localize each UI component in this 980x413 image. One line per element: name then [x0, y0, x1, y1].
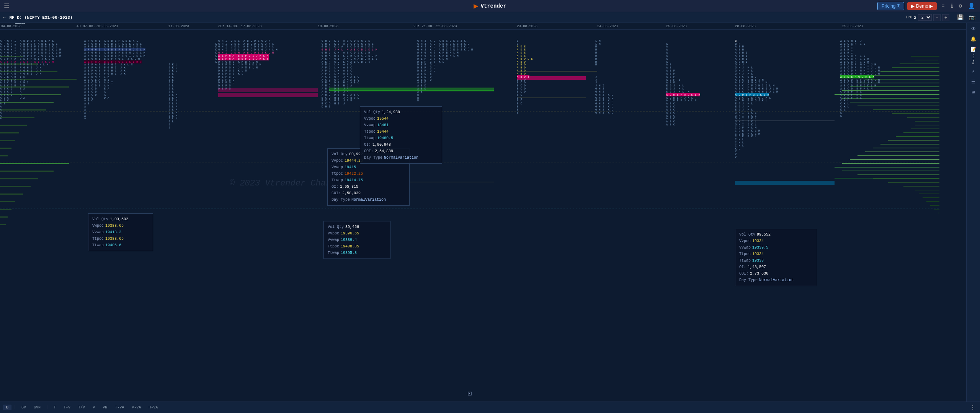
date-label-6: 23-08-2023 [517, 24, 537, 28]
svg-rect-37 [873, 75, 939, 76]
demo-play-icon: ▶ [911, 3, 915, 9]
svg-rect-55 [880, 144, 939, 145]
sidebar-bell-icon[interactable]: 🔔 [970, 36, 976, 42]
header-right: Pricing ₹ ▶Demo ▶ ≡ ℹ ⚙ 👤 [877, 2, 976, 10]
demo-button[interactable]: ▶Demo ▶ [907, 2, 937, 10]
price-tick-12: 19290 [15, 23, 25, 25]
pricing-button[interactable]: Pricing ₹ [877, 2, 904, 10]
sidebar-grid-icon[interactable]: ⊞ [972, 89, 975, 95]
bottom-right-icons: ⋮ [969, 403, 977, 411]
svg-rect-46 [873, 109, 939, 110]
svg-rect-56 [873, 148, 939, 148]
sidebar-notes-label: Notes [972, 53, 975, 64]
svg-rect-57 [865, 151, 939, 152]
tab-tva[interactable]: T-VA [112, 405, 127, 410]
svg-rect-71 [930, 205, 939, 206]
date-label-1: 4D 07-08..10-08-2023 [77, 24, 118, 28]
tpo-label: TPO [905, 15, 912, 20]
tab-gvn[interactable]: GVN [31, 405, 44, 410]
right-sidebar: 👁 🔔 📝 Notes ⚡ ☰ ⊞ [966, 23, 980, 402]
tab-d[interactable]: D [3, 405, 11, 410]
svg-rect-68 [919, 193, 939, 194]
date-label-7: 24-08-2023 [597, 24, 618, 28]
svg-rect-70 [926, 201, 939, 202]
settings-icon[interactable]: ⚙ [957, 2, 964, 10]
back-button[interactable]: ← [3, 15, 6, 21]
tab-hva[interactable]: H-VA [145, 405, 161, 410]
menu-icon[interactable]: ☰ [4, 2, 9, 10]
svg-rect-73 [938, 213, 939, 213]
info-box-1: Vol Qty1,03,502 Vwpoc19388.65 Vvwap19413… [88, 213, 153, 251]
sidebar-notes-container: 📝 Notes [970, 47, 976, 64]
tab-t[interactable]: T [51, 405, 59, 410]
save-icon[interactable]: 💾 [956, 13, 965, 21]
logo-text: Vtrender [480, 3, 506, 9]
date-label-8: 25-08-2023 [666, 24, 687, 28]
svg-rect-64 [873, 178, 939, 179]
info-box-3: Vol Qty1,24,939 Vvpoc19544 Vvwap18481 Tt… [360, 106, 442, 164]
user-icon[interactable]: 👤 [967, 2, 976, 10]
svg-rect-34 [900, 63, 939, 64]
svg-rect-47 [892, 113, 939, 114]
svg-rect-32 [911, 56, 939, 57]
tpo-value: 2 [914, 15, 916, 20]
svg-rect-66 [903, 186, 939, 187]
sidebar-list-icon[interactable]: ☰ [971, 79, 975, 85]
date-label-9: 28-08-2023 [735, 24, 756, 28]
info-icon[interactable]: ℹ [949, 2, 954, 10]
bottom-bar: D | GV GVN | T T-V T/V V VN T-VA V-VA H-… [0, 402, 980, 413]
svg-rect-51 [911, 128, 939, 129]
svg-rect-61 [835, 167, 939, 167]
bottom-settings-icon[interactable]: ⋮ [969, 403, 977, 411]
date-label-5: 2D: 21-08..22-08-2023 [413, 24, 457, 28]
tab-vn[interactable]: VN [100, 405, 110, 410]
tpo-minus-button[interactable]: − [933, 14, 941, 21]
screenshot-button[interactable]: ⊡ [468, 389, 472, 398]
sidebar-eye-icon[interactable]: 👁 [971, 26, 976, 32]
svg-rect-50 [915, 125, 939, 125]
svg-rect-60 [842, 163, 939, 164]
camera-icon[interactable]: 📷 [967, 13, 977, 21]
date-label-0: 04-08-2023 [1, 24, 21, 28]
svg-rect-53 [896, 136, 939, 137]
chart-area[interactable]: 04-08-2023 4D 07-08..10-08-2023 11-08-20… [0, 23, 966, 402]
svg-rect-67 [915, 190, 939, 190]
tab-v[interactable]: V [90, 405, 98, 410]
tpo-plus-button[interactable]: + [942, 14, 949, 21]
tab-vva[interactable]: V-VA [129, 405, 144, 410]
tab-gv[interactable]: GV [18, 405, 29, 410]
sidebar-notes-icon[interactable]: 📝 [970, 47, 976, 52]
svg-rect-36 [880, 71, 939, 72]
header-left: ☰ [4, 2, 9, 10]
header: ☰ ▶ Vtrender Pricing ₹ ▶Demo ▶ ≡ ℹ ⚙ 👤 [0, 0, 980, 12]
toolbar: ← NF_D: (NIFTY_E31-08-2023) TPO 2 2 − + … [0, 12, 980, 23]
svg-rect-48 [907, 117, 939, 118]
svg-rect-33 [915, 60, 938, 60]
date-label-10: 29-08-2023 [842, 24, 863, 28]
svg-rect-58 [858, 155, 939, 156]
sidebar-noose-icon[interactable]: ⚡ [972, 69, 975, 75]
svg-rect-72 [934, 209, 939, 210]
info-box-4: Vol Qty89,456 Vvpoc19396.65 Vvwap19389.4… [323, 221, 390, 259]
profile-chart: © 2023 Vtrender Charts [0, 30, 939, 402]
logo-icon: ▶ [474, 1, 478, 11]
tpo-select[interactable]: 2 [918, 14, 932, 21]
date-label-3: 3D: 14-08..17-08-2023 [218, 24, 261, 28]
svg-rect-54 [888, 140, 939, 141]
watermark: © 2023 Vtrender Charts [230, 179, 341, 188]
svg-rect-62 [842, 171, 939, 171]
tab-t-v[interactable]: T/V [75, 405, 88, 410]
svg-rect-75 [218, 93, 318, 97]
svg-rect-59 [850, 159, 939, 160]
symbol-label: NF_D: (NIFTY_E31-08-2023) [9, 15, 72, 20]
svg-rect-78 [735, 181, 835, 185]
tpo-control: TPO 2 2 − + [905, 14, 949, 21]
info-box-5: Vol Qty99,552 Vvpoc19334 Vvwap19339.5 Tt… [735, 229, 817, 286]
list-icon[interactable]: ≡ [940, 2, 946, 10]
svg-rect-65 [888, 182, 939, 183]
toolbar-right: 💾 📷 [956, 13, 977, 21]
svg-rect-49 [915, 121, 939, 122]
date-label-2: 11-08-2023 [168, 24, 189, 28]
tab-tv[interactable]: T-V [60, 405, 74, 410]
date-label-4: 18-08-2023 [318, 24, 338, 28]
